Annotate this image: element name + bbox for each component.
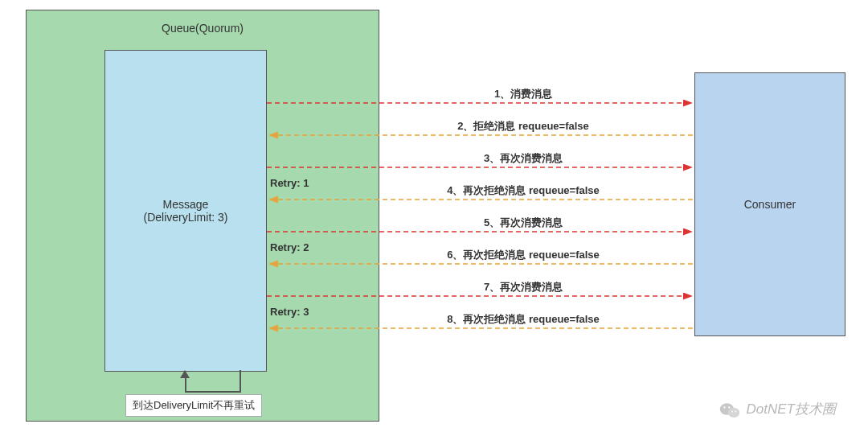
message-label-1: Message	[163, 198, 209, 211]
flow-label-4: 4、再次拒绝消息 requeue=false	[350, 183, 696, 198]
svg-point-4	[731, 410, 732, 412]
watermark-text: DotNET技术圈	[747, 400, 836, 418]
svg-point-5	[735, 410, 736, 412]
flow-label-8: 8、再次拒绝消息 requeue=false	[350, 312, 696, 327]
flow-label-1: 1、消费消息	[350, 87, 696, 101]
consumer-label: Consumer	[744, 198, 796, 211]
svg-point-2	[723, 406, 725, 408]
retry-2-label: Retry: 2	[270, 241, 309, 253]
flow-label-2: 2、拒绝消息 requeue=false	[350, 119, 696, 134]
queue-title: Queue(Quorum)	[27, 22, 379, 35]
drop-line-v1	[240, 370, 241, 391]
flow-label-7: 7、再次消费消息	[350, 280, 696, 294]
flow-label-5: 5、再次消费消息	[350, 216, 696, 230]
consumer-box: Consumer	[694, 72, 845, 336]
watermark: DotNET技术圈	[719, 400, 836, 418]
drop-line-h1	[185, 391, 241, 393]
drop-note: 到达DeliveryLimit不再重试	[125, 394, 262, 417]
svg-point-3	[728, 406, 730, 408]
flow-label-6: 6、再次拒绝消息 requeue=false	[350, 248, 696, 262]
flow-label-3: 3、再次消费消息	[350, 151, 696, 166]
drop-line-v2	[185, 377, 186, 393]
message-box: Message (DeliveryLimit: 3)	[104, 50, 267, 372]
message-label-2: (DeliveryLimit: 3)	[143, 211, 227, 224]
retry-3-label: Retry: 3	[270, 306, 309, 318]
svg-point-1	[727, 407, 739, 417]
retry-1-label: Retry: 1	[270, 177, 309, 189]
diagram-canvas: Queue(Quorum) Message (DeliveryLimit: 3)…	[0, 0, 868, 428]
drop-arrow-up-icon	[180, 370, 190, 378]
wechat-icon	[719, 401, 739, 418]
